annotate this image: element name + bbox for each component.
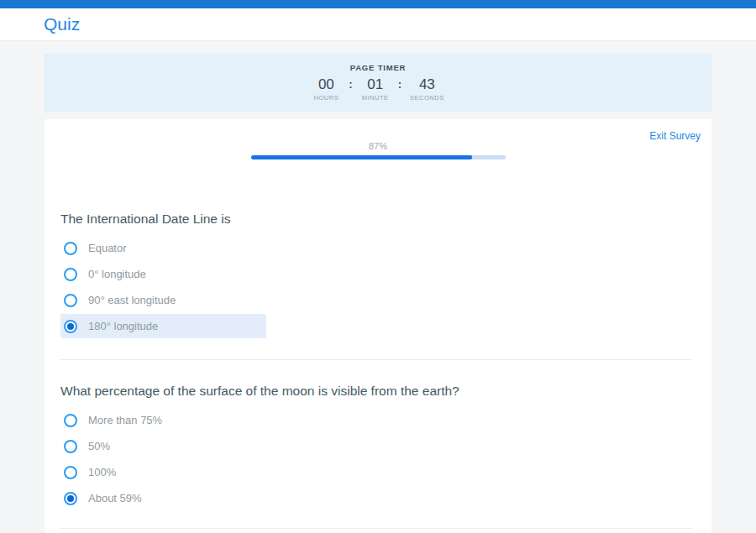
timer-hours-value: 00 (318, 76, 334, 92)
option-50[interactable]: 50% (60, 434, 266, 458)
option-label: About 59% (88, 492, 142, 504)
brand-top-bar (0, 0, 756, 8)
timer-hours-column: 00 HOURS (312, 76, 340, 102)
option-label: 0° longitude (88, 268, 146, 280)
page-title: Quiz (44, 14, 80, 34)
radio-icon[interactable] (64, 268, 77, 281)
page-timer-panel: PAGE TIMER 00 HOURS : 01 MINUTE : 43 SEC… (45, 54, 711, 112)
timer-hours-label: HOURS (314, 94, 339, 102)
option-equator[interactable]: Equator (60, 236, 266, 260)
option-90-east-longitude[interactable]: 90° east longitude (60, 288, 266, 312)
option-0-longitude[interactable]: 0° longitude (60, 262, 266, 286)
progress-percent-label: 87% (251, 141, 506, 151)
option-180-longitude[interactable]: 180° longitude (60, 314, 266, 338)
timer-seconds-value: 43 (419, 76, 435, 92)
radio-selected-icon[interactable] (64, 492, 77, 505)
exit-survey-link[interactable]: Exit Survey (649, 130, 701, 142)
option-100[interactable]: 100% (60, 460, 266, 484)
progress-bar (251, 155, 506, 159)
timer-minutes-column: 01 MINUTE (361, 76, 390, 102)
question-1: The International Date Line is Equator 0… (60, 212, 691, 338)
timer-colon: : (340, 76, 360, 92)
question-title: What percentage of the surface of the mo… (60, 384, 691, 399)
question-2: What percentage of the surface of the mo… (60, 384, 691, 510)
option-label: 100% (88, 466, 116, 478)
question-title: The International Date Line is (60, 212, 691, 227)
timer-colon: : (390, 76, 410, 92)
radio-icon[interactable] (64, 440, 77, 453)
option-label: More than 75% (88, 414, 162, 426)
progress-section: 87% (251, 141, 506, 159)
survey-card: Exit Survey 87% The International Date L… (45, 119, 711, 533)
option-more-than-75[interactable]: More than 75% (60, 408, 266, 432)
question-2-options: More than 75% 50% 100% About 59% (60, 408, 691, 510)
questions-container: The International Date Line is Equator 0… (45, 212, 711, 529)
timer-title: PAGE TIMER (350, 63, 406, 72)
main-area: PAGE TIMER 00 HOURS : 01 MINUTE : 43 SEC… (0, 41, 756, 533)
option-label: 180° longitude (88, 320, 158, 332)
question-divider (60, 359, 691, 360)
timer-seconds-column: 43 SECONDS (410, 76, 444, 102)
timer-display: 00 HOURS : 01 MINUTE : 43 SECONDS (312, 76, 444, 102)
bottom-divider (60, 528, 691, 529)
timer-minutes-value: 01 (367, 76, 383, 92)
option-label: 50% (88, 440, 110, 452)
option-about-59[interactable]: About 59% (60, 486, 266, 510)
option-label: Equator (88, 242, 127, 254)
option-label: 90° east longitude (88, 294, 176, 306)
question-1-options: Equator 0° longitude 90° east longitude … (60, 236, 691, 338)
progress-bar-fill (251, 155, 473, 159)
radio-icon[interactable] (64, 242, 77, 255)
timer-seconds-label: SECONDS (410, 94, 444, 102)
timer-minutes-label: MINUTE (362, 94, 389, 102)
radio-icon[interactable] (64, 466, 77, 479)
radio-selected-icon[interactable] (64, 320, 77, 333)
radio-icon[interactable] (64, 294, 77, 307)
radio-icon[interactable] (64, 414, 77, 427)
app-header: Quiz (0, 8, 756, 41)
